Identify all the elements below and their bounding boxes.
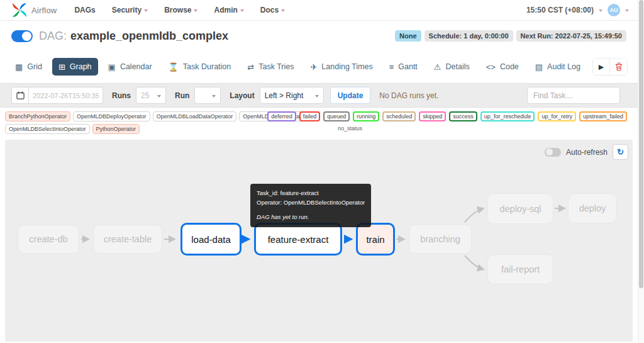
task-node-load-data[interactable]: load-data [180,223,242,256]
num-runs-select[interactable]: 25 [136,87,166,104]
tab-grid[interactable]: ▦Grid [9,58,48,76]
schedule-none-badge: None [395,30,421,42]
header-right: 15:50 CST (+08:00) AU [526,4,629,16]
operator-badge: PythonOperator [92,124,140,134]
tab-code[interactable]: <>Code [480,58,525,76]
scrollbar-thumb[interactable] [639,0,643,288]
dag-view-tabs: ▦Grid ⊞Graph ▣Calendar ⌛Task Duration ⇄T… [0,53,638,81]
details-icon: ⚠ [434,63,441,71]
tab-gantt[interactable]: ≡Gantt [383,58,424,76]
next-run-badge: Next Run: 2022-07-25, 15:49:50 [516,30,626,42]
state-badge-running[interactable]: running [353,111,379,121]
calendar-icon: ▣ [108,63,116,71]
tab-calendar[interactable]: ▣Calendar [102,58,158,76]
state-legend: deferred failed queued running scheduled… [267,111,627,121]
toggle-knob [22,31,31,41]
nav-admin[interactable]: Admin [214,6,243,14]
chevron-down-icon [144,9,148,12]
tab-details[interactable]: ⚠Details [428,58,476,76]
airflow-app: Airflow DAGs Security Browse Admin Docs … [0,0,644,343]
task-node-feature-extract[interactable]: feature-extract [254,223,342,256]
dag-badges: None Schedule: 1 day, 0:00:00 Next Run: … [395,30,626,42]
no-runs-message: No DAG runs yet. [379,91,438,100]
nav-dags[interactable]: DAGs [74,6,95,14]
gantt-icon: ≡ [389,63,394,71]
dag-label: DAG: [39,30,67,43]
state-badge-upstream-failed[interactable]: upstream_failed [579,111,627,121]
operator-badge: OpenMLDBLoadDataOperator [153,111,237,121]
state-badge-failed[interactable]: failed [299,111,321,121]
nav-docs[interactable]: Docs [260,6,285,14]
run-select[interactable] [194,87,221,104]
delete-dag-button[interactable] [610,59,627,75]
main-nav: DAGs Security Browse Admin Docs [74,6,285,14]
task-node-deploy-sql[interactable]: deploy-sql [487,193,553,224]
operator-badge: BranchPythonOperator [5,111,70,121]
avatar[interactable]: AU [608,4,620,16]
top-navbar: Airflow DAGs Security Browse Admin Docs … [0,0,638,21]
chevron-down-icon [157,95,161,98]
dag-action-buttons: ▶ [592,58,628,76]
clock-dropdown[interactable]: 15:50 CST (+08:00) [526,6,594,14]
state-badge-queued[interactable]: queued [323,111,350,121]
date-picker-button[interactable] [11,87,29,104]
run-label: Run [175,91,189,100]
repeat-icon: ⇄ [247,63,254,71]
state-badge-skipped[interactable]: skipped [419,111,446,121]
airflow-logo[interactable]: Airflow [11,2,57,18]
vertical-scrollbar[interactable] [638,0,644,343]
brand-name: Airflow [31,6,57,15]
nav-security[interactable]: Security [112,6,148,14]
code-icon: <> [486,63,496,71]
tab-audit-log[interactable]: ▤Audit Log [529,58,587,76]
state-badge-scheduled[interactable]: scheduled [382,111,416,121]
dag-header-row: DAG: example_openmldb_complex None Sched… [0,21,638,50]
state-badge-success[interactable]: success [449,111,477,121]
chevron-down-icon [281,9,285,12]
tab-landing-times[interactable]: ✈Landing Times [304,58,379,76]
state-badge-up-for-reschedule[interactable]: up_for_reschedule [480,111,535,121]
layout-select[interactable]: Left > Right [260,87,324,104]
tooltip-hint: DAG has yet to run. [257,213,365,222]
pinwheel-icon [11,2,28,18]
base-date-input[interactable] [29,87,103,104]
tab-task-duration[interactable]: ⌛Task Duration [162,58,238,76]
nav-browse[interactable]: Browse [164,6,197,14]
runs-label: Runs [112,91,131,100]
task-node-fail-report[interactable]: fail-report [487,254,553,284]
operator-badge: OpenMLDBDeployOperator [73,111,150,121]
find-task-input[interactable] [527,87,620,104]
graph-panel: Auto-refresh ↻ create-db create-table [5,140,633,342]
schedule-badge: Schedule: 1 day, 0:00:00 [425,30,513,42]
hourglass-icon: ⌛ [169,63,179,71]
state-badge-deferred[interactable]: deferred [267,111,296,121]
tabs: ▦Grid ⊞Graph ▣Calendar ⌛Task Duration ⇄T… [9,58,587,76]
task-node-train[interactable]: train [356,223,395,256]
grid-icon: ▦ [15,63,23,71]
chevron-down-icon [599,9,602,12]
file-icon: ▤ [535,63,543,71]
chevron-down-icon [212,95,216,98]
chevron-down-icon [315,95,319,98]
task-node-create-db[interactable]: create-db [18,225,79,254]
task-node-create-table[interactable]: create-table [93,225,162,254]
tooltip-task-id: Task_id: feature-extract [257,189,365,198]
tab-graph[interactable]: ⊞Graph [52,58,98,76]
legend-row: BranchPythonOperator OpenMLDBDeployOpera… [0,108,638,140]
no-status-label: no_status [338,125,362,132]
state-badge-up-for-retry[interactable]: up_for_retry [538,111,576,121]
trigger-dag-button[interactable]: ▶ [593,59,610,75]
dag-run-filter-bar: Runs 25 Run Layout Left > Right Update N… [0,83,638,108]
update-button[interactable]: Update [330,87,371,104]
tab-task-tries[interactable]: ⇄Task Tries [241,58,300,76]
graph-icon: ⊞ [58,63,65,71]
play-icon: ▶ [599,63,604,71]
dag-title: example_openmldb_complex [70,30,228,43]
layout-label: Layout [230,91,254,100]
chevron-down-icon [194,9,197,12]
dag-pause-toggle[interactable] [11,30,33,42]
chevron-down-icon [625,9,629,12]
task-node-deploy[interactable]: deploy [568,193,617,223]
task-node-branching[interactable]: branching [409,224,472,254]
task-tooltip: Task_id: feature-extract Operator: OpenM… [250,184,371,227]
